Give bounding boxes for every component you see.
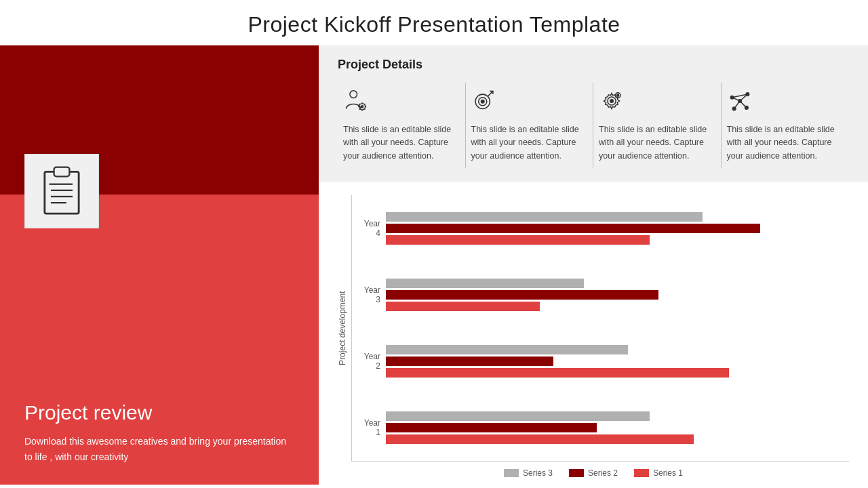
page-title: Project Kickoff Presentation Template: [0, 0, 868, 45]
bar-row: Year 3: [357, 277, 849, 312]
bar: [386, 279, 584, 288]
bar: [386, 290, 658, 300]
bar: [386, 235, 650, 245]
detail-text-1: This slide is an editable slide with all…: [343, 123, 454, 163]
bars-group: [386, 212, 849, 245]
bar: [386, 368, 729, 378]
legend-color-swatch: [504, 469, 519, 477]
project-details-section: Project Details: [319, 45, 868, 182]
bars-group: [386, 411, 849, 444]
detail-col-1: This slide is an editable slide with all…: [338, 83, 466, 168]
project-details-title: Project Details: [338, 58, 849, 72]
legend-label: Series 2: [588, 468, 618, 478]
svg-line-14: [359, 104, 360, 104]
detail-text-4: This slide is an editable slide with all…: [727, 123, 839, 163]
detail-text-2: This slide is an editable slide with all…: [471, 123, 583, 163]
svg-point-24: [610, 100, 614, 103]
legend-label: Series 1: [653, 468, 683, 478]
svg-line-34: [740, 101, 747, 108]
project-review-title: Project review: [24, 401, 294, 424]
detail-col-3: This slide is an editable slide with all…: [593, 83, 722, 168]
chart-container: Project development Year 4Year 3Year 2Ye…: [338, 195, 849, 478]
bar-label: Year 4: [357, 219, 386, 238]
bar: [386, 423, 597, 432]
svg-line-21: [488, 92, 493, 97]
bar-row: Year 1: [357, 410, 849, 445]
legend-item: Series 2: [569, 468, 618, 478]
left-panel: Project review Download this awesome cre…: [0, 45, 319, 485]
legend-label: Series 3: [523, 468, 553, 478]
svg-point-9: [361, 106, 363, 108]
network-icon: [727, 88, 753, 114]
project-review-desc: Download this awesome creatives and brin…: [24, 434, 294, 464]
svg-line-32: [732, 98, 739, 101]
svg-rect-1: [54, 167, 70, 177]
bar-label: Year 1: [357, 418, 386, 437]
main-content: Project review Download this awesome cre…: [0, 45, 868, 485]
legend-color-swatch: [634, 469, 649, 477]
target-icon: [471, 88, 497, 114]
detail-text-3: This slide is an editable slide with all…: [599, 123, 710, 163]
details-grid: This slide is an editable slide with all…: [338, 83, 849, 168]
svg-line-35: [734, 101, 739, 108]
chart-section: Project development Year 4Year 3Year 2Ye…: [319, 182, 868, 485]
bar-label: Year 2: [357, 352, 386, 371]
bar: [386, 434, 694, 444]
svg-line-15: [364, 109, 365, 110]
bars-group: [386, 279, 849, 311]
detail-col-2: This slide is an editable slide with all…: [466, 83, 594, 168]
svg-rect-0: [45, 171, 79, 214]
detail-col-4: This slide is an editable slide with all…: [722, 83, 850, 168]
bar-row: Year 4: [357, 211, 849, 246]
bar: [386, 345, 628, 354]
left-bottom-section: Project review Download this awesome cre…: [0, 195, 319, 485]
bar-row: Year 2: [357, 344, 849, 379]
svg-point-20: [481, 100, 484, 103]
clipboard-box: [24, 154, 99, 228]
chart-area: Project development Year 4Year 3Year 2Ye…: [338, 195, 849, 462]
bar: [386, 357, 553, 366]
right-panel: Project Details: [319, 45, 868, 485]
y-axis-label: Project development: [338, 195, 347, 462]
clipboard-icon: [38, 164, 85, 218]
bar: [386, 212, 703, 222]
svg-point-26: [617, 94, 619, 96]
svg-line-17: [359, 109, 360, 110]
legend-item: Series 1: [634, 468, 683, 478]
chart-legend: Series 3Series 2Series 1: [338, 468, 849, 478]
person-gear-icon: [343, 88, 369, 114]
svg-line-16: [364, 104, 365, 104]
bar-label: Year 3: [357, 285, 386, 304]
bar: [386, 302, 540, 311]
bars-area: Year 4Year 3Year 2Year 1: [351, 195, 849, 462]
svg-point-7: [350, 91, 357, 98]
gear-cog-icon: [599, 88, 625, 114]
bars-group: [386, 345, 849, 378]
bar: [386, 224, 760, 233]
legend-item: Series 3: [504, 468, 553, 478]
legend-color-swatch: [569, 469, 584, 477]
bar: [386, 411, 650, 421]
